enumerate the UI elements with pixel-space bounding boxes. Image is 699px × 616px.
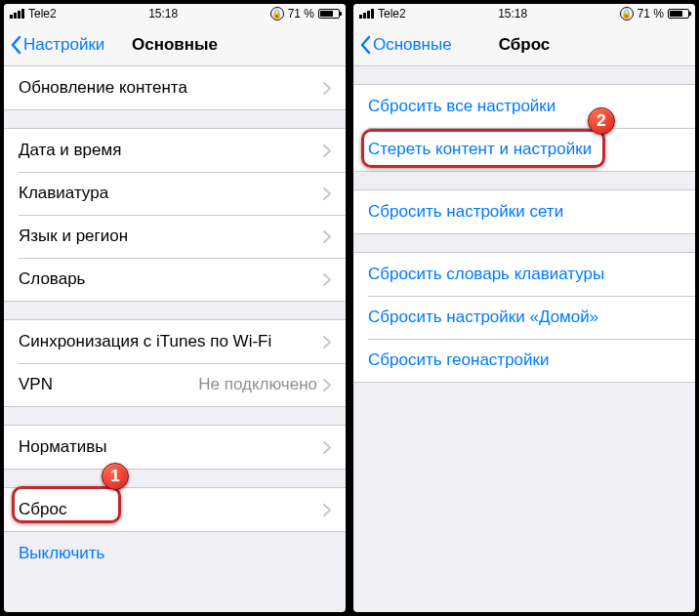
row-date-time[interactable]: Дата и время xyxy=(4,129,346,172)
row-label: VPN xyxy=(19,375,53,394)
row-content-update[interactable]: Обновление контента xyxy=(4,66,346,109)
signal-icon xyxy=(10,9,24,19)
chevron-right-icon xyxy=(323,187,331,200)
reset-list: Сбросить все настройки Стереть контент и… xyxy=(353,66,695,612)
row-reset-network[interactable]: Сбросить настройки сети xyxy=(353,190,695,233)
chevron-right-icon xyxy=(323,336,331,349)
chevron-right-icon xyxy=(323,230,331,243)
row-label: Обновление контента xyxy=(19,78,187,98)
signal-icon xyxy=(359,9,374,19)
row-label: Выключить xyxy=(19,544,104,563)
row-reset-location[interactable]: Сбросить геонастройки xyxy=(353,339,695,382)
chevron-right-icon xyxy=(323,144,331,157)
chevron-right-icon xyxy=(323,273,331,286)
row-vpn[interactable]: VPN Не подключено xyxy=(4,363,346,406)
row-dictionary[interactable]: Словарь xyxy=(4,258,346,301)
clock-label: 15:18 xyxy=(148,7,178,21)
row-reset-all-settings[interactable]: Сбросить все настройки xyxy=(353,85,695,128)
back-button[interactable]: Основные xyxy=(353,35,452,55)
back-label: Настройки xyxy=(23,35,104,55)
chevron-left-icon xyxy=(10,35,21,55)
nav-bar: Основные Сброс xyxy=(353,23,695,66)
row-label: Сбросить словарь клавиатуры xyxy=(368,265,604,284)
back-label: Основные xyxy=(373,35,452,55)
row-label: Словарь xyxy=(19,269,85,289)
row-itunes-wifi-sync[interactable]: Синхронизация с iTunes по Wi-Fi xyxy=(4,320,346,363)
clock-label: 15:18 xyxy=(498,7,527,21)
carrier-label: Tele2 xyxy=(378,7,406,21)
nav-bar: Настройки Основные xyxy=(4,23,346,66)
row-reset[interactable]: Сброс xyxy=(4,488,346,531)
chevron-right-icon xyxy=(323,379,331,391)
carrier-label: Tele2 xyxy=(28,7,57,21)
row-language-region[interactable]: Язык и регион xyxy=(4,215,346,258)
row-label: Сбросить настройки «Домой» xyxy=(368,308,598,327)
chevron-right-icon xyxy=(323,82,331,95)
row-reset-keyboard-dict[interactable]: Сбросить словарь клавиатуры xyxy=(353,253,695,296)
row-keyboard[interactable]: Клавиатура xyxy=(4,172,346,215)
rotation-lock-icon: 🔒 xyxy=(270,7,284,21)
chevron-right-icon xyxy=(323,441,331,454)
row-label: Сбросить геонастройки xyxy=(368,350,550,370)
row-label: Нормативы xyxy=(19,437,107,457)
chevron-right-icon xyxy=(323,504,331,516)
row-label: Сбросить настройки сети xyxy=(368,202,563,222)
row-shutdown[interactable]: Выключить xyxy=(4,532,346,575)
row-detail: Не подключено xyxy=(198,375,323,394)
row-label: Язык и регион xyxy=(19,226,128,246)
battery-icon xyxy=(318,9,340,19)
row-label: Синхронизация с iTunes по Wi-Fi xyxy=(19,332,271,351)
status-bar: Tele2 15:18 🔒 71 % xyxy=(353,4,695,23)
settings-list: Обновление контента Дата и время Клавиат… xyxy=(4,66,346,612)
row-label: Сброс xyxy=(19,500,66,519)
rotation-lock-icon: 🔒 xyxy=(620,7,634,21)
back-button[interactable]: Настройки xyxy=(4,35,104,55)
row-label: Клавиатура xyxy=(19,184,108,203)
screen-reset: Tele2 15:18 🔒 71 % Основные Сброс Сброси… xyxy=(353,4,695,612)
battery-percent: 71 % xyxy=(637,7,664,21)
row-reset-home-layout[interactable]: Сбросить настройки «Домой» xyxy=(353,296,695,339)
chevron-left-icon xyxy=(359,35,371,55)
row-label: Дата и время xyxy=(19,141,121,160)
row-erase-all-content[interactable]: Стереть контент и настройки xyxy=(353,128,695,171)
row-regulatory[interactable]: Нормативы xyxy=(4,426,346,469)
battery-percent: 71 % xyxy=(288,7,314,21)
row-label: Стереть контент и настройки xyxy=(368,140,592,159)
row-label: Сбросить все настройки xyxy=(368,97,555,116)
screen-general: Tele2 15:18 🔒 71 % Настройки Основные Об… xyxy=(4,4,346,612)
battery-icon xyxy=(668,9,689,19)
status-bar: Tele2 15:18 🔒 71 % xyxy=(4,4,346,23)
